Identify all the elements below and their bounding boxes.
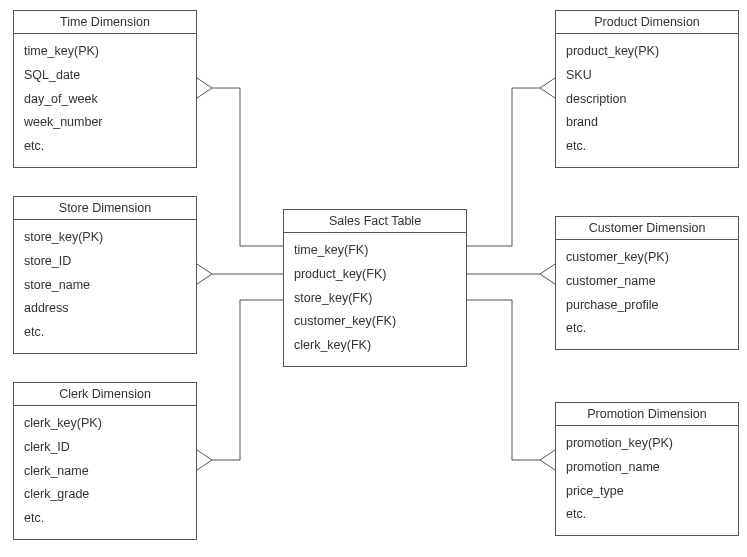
- entity-body: promotion_key(PK) promotion_name price_t…: [556, 426, 738, 535]
- field: description: [566, 88, 728, 112]
- field: brand: [566, 111, 728, 135]
- field: customer_key(PK): [566, 246, 728, 270]
- field: promotion_key(PK): [566, 432, 728, 456]
- field: week_number: [24, 111, 186, 135]
- entity-sales-fact: Sales Fact Table time_key(FK) product_ke…: [283, 209, 467, 367]
- field: day_of_week: [24, 88, 186, 112]
- field: etc.: [566, 135, 728, 159]
- field: clerk_ID: [24, 436, 186, 460]
- field: clerk_key(PK): [24, 412, 186, 436]
- field: promotion_name: [566, 456, 728, 480]
- entity-title: Store Dimension: [14, 197, 196, 220]
- field: product_key(FK): [294, 263, 456, 287]
- entity-title: Promotion Dimension: [556, 403, 738, 426]
- entity-title: Clerk Dimension: [14, 383, 196, 406]
- connector-time: [197, 78, 283, 246]
- entity-title: Sales Fact Table: [284, 210, 466, 233]
- entity-customer-dimension: Customer Dimension customer_key(PK) cust…: [555, 216, 739, 350]
- entity-body: customer_key(PK) customer_name purchase_…: [556, 240, 738, 349]
- field: clerk_name: [24, 460, 186, 484]
- field: etc.: [566, 317, 728, 341]
- entity-product-dimension: Product Dimension product_key(PK) SKU de…: [555, 10, 739, 168]
- field: time_key(FK): [294, 239, 456, 263]
- field: etc.: [24, 321, 186, 345]
- field: clerk_grade: [24, 483, 186, 507]
- field: etc.: [566, 503, 728, 527]
- field: clerk_key(FK): [294, 334, 456, 358]
- entity-body: clerk_key(PK) clerk_ID clerk_name clerk_…: [14, 406, 196, 539]
- field: store_key(FK): [294, 287, 456, 311]
- connector-store: [197, 264, 283, 284]
- field: price_type: [566, 480, 728, 504]
- entity-title: Time Dimension: [14, 11, 196, 34]
- field: store_name: [24, 274, 186, 298]
- connector-product: [467, 78, 555, 246]
- field: product_key(PK): [566, 40, 728, 64]
- field: etc.: [24, 135, 186, 159]
- entity-store-dimension: Store Dimension store_key(PK) store_ID s…: [13, 196, 197, 354]
- field: purchase_profile: [566, 294, 728, 318]
- field: store_key(PK): [24, 226, 186, 250]
- field: customer_name: [566, 270, 728, 294]
- connector-customer: [467, 264, 555, 284]
- connector-promotion: [467, 300, 555, 470]
- entity-time-dimension: Time Dimension time_key(PK) SQL_date day…: [13, 10, 197, 168]
- entity-title: Product Dimension: [556, 11, 738, 34]
- field: store_ID: [24, 250, 186, 274]
- field: SKU: [566, 64, 728, 88]
- field: customer_key(FK): [294, 310, 456, 334]
- entity-body: product_key(PK) SKU description brand et…: [556, 34, 738, 167]
- entity-promotion-dimension: Promotion Dimension promotion_key(PK) pr…: [555, 402, 739, 536]
- entity-body: time_key(PK) SQL_date day_of_week week_n…: [14, 34, 196, 167]
- field: SQL_date: [24, 64, 186, 88]
- connector-clerk: [197, 300, 283, 470]
- entity-title: Customer Dimension: [556, 217, 738, 240]
- entity-body: store_key(PK) store_ID store_name addres…: [14, 220, 196, 353]
- entity-clerk-dimension: Clerk Dimension clerk_key(PK) clerk_ID c…: [13, 382, 197, 540]
- field: time_key(PK): [24, 40, 186, 64]
- star-schema-diagram: Sales Fact Table time_key(FK) product_ke…: [0, 0, 747, 557]
- field: etc.: [24, 507, 186, 531]
- field: address: [24, 297, 186, 321]
- entity-body: time_key(FK) product_key(FK) store_key(F…: [284, 233, 466, 366]
